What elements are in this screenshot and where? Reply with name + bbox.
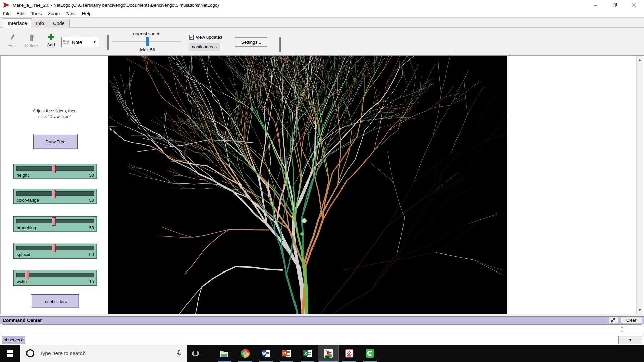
command-center-header: Command Center Clear: [0, 316, 644, 324]
settings-button[interactable]: Settings...: [235, 37, 267, 47]
slider-handle[interactable]: [52, 217, 56, 226]
update-mode-select[interactable]: continuous ⌄: [189, 43, 220, 51]
view-updates-label: view updates: [196, 35, 222, 40]
speed-slider-handle[interactable]: [146, 37, 149, 46]
slider-handle[interactable]: [52, 244, 56, 252]
slider-groove[interactable]: [16, 191, 94, 196]
taskbar-search-input[interactable]: Type here to search: [20, 345, 187, 362]
expand-command-center-button[interactable]: [609, 317, 618, 323]
netlogo-taskbar-icon: [324, 349, 333, 358]
menu-edit[interactable]: Edit: [14, 10, 28, 17]
width-slider[interactable]: width15: [13, 270, 97, 286]
svg-text:W: W: [262, 351, 266, 356]
interface-toolbar: Edit Delete Add Abc defghi jkl Note ▼ no…: [0, 28, 644, 56]
note-type-icon: Abc defghi jkl: [63, 40, 70, 45]
restore-button[interactable]: [605, 0, 625, 10]
slider-groove[interactable]: [16, 219, 94, 223]
slider-value: 50: [89, 173, 94, 178]
scroll-down-icon[interactable]: ▼: [621, 329, 623, 334]
menu-tools[interactable]: Tools: [28, 10, 45, 17]
tab-code[interactable]: Code: [48, 19, 70, 28]
slider-name: color-range: [17, 198, 39, 203]
slider-name: height: [17, 173, 29, 178]
scroll-down-icon[interactable]: ▼: [637, 307, 643, 313]
tab-interface[interactable]: Interface: [3, 18, 32, 28]
command-history-dropdown[interactable]: ▼: [619, 336, 642, 344]
slider-groove[interactable]: [16, 273, 94, 277]
file-explorer-icon: [220, 350, 229, 357]
chrome-icon: [241, 349, 250, 358]
widget-type-value: Note: [72, 40, 93, 45]
update-mode-value: continuous: [192, 44, 213, 49]
plus-icon: [47, 33, 55, 41]
widget-panel: Adjust the sliders, then click "Draw Tre…: [0, 56, 108, 314]
spread-slider[interactable]: spread50: [13, 243, 97, 259]
taskbar-app-chrome[interactable]: [235, 345, 256, 362]
word-icon: W: [262, 349, 270, 357]
slider-value: 15: [89, 279, 94, 284]
slider-name: branching: [17, 225, 36, 230]
trash-icon: [29, 34, 35, 41]
taskbar-app-excel[interactable]: X: [297, 345, 318, 362]
draw-tree-button[interactable]: Draw Tree: [33, 134, 78, 149]
checkbox-checked-icon: ✓: [189, 35, 194, 40]
clear-button[interactable]: Clear: [621, 317, 642, 323]
powerpoint-icon: P: [282, 349, 291, 357]
task-view-button[interactable]: [187, 345, 204, 362]
command-output-area[interactable]: [2, 324, 642, 335]
add-widget-button[interactable]: Add: [42, 33, 60, 47]
tab-info[interactable]: Info: [31, 19, 49, 28]
start-button[interactable]: [0, 345, 20, 362]
diagonal-arrows-icon: [611, 318, 615, 322]
cortana-icon: [26, 349, 34, 357]
command-input-row: observer> ▼: [2, 336, 642, 344]
vertical-scrollbar[interactable]: ▲ ▼: [636, 56, 643, 314]
slider-handle[interactable]: [52, 190, 56, 198]
slider-value: 50: [89, 225, 94, 230]
svg-text:X: X: [304, 351, 307, 356]
taskbar-app-netlogo[interactable]: [318, 345, 339, 362]
menu-tabs[interactable]: Tabs: [63, 10, 79, 17]
svg-text:P: P: [283, 351, 286, 356]
output-scrollbar[interactable]: ▲ ▼: [619, 325, 625, 335]
taskbar-app-camtasia[interactable]: [360, 345, 380, 362]
microphone-icon[interactable]: [177, 350, 182, 357]
taskbar-app-powerpoint[interactable]: P: [276, 345, 297, 362]
widget-type-select[interactable]: Abc defghi jkl Note ▼: [61, 37, 99, 47]
height-slider[interactable]: height50: [13, 164, 97, 179]
instruction-note: Adjust the sliders, then click "Draw Tre…: [1, 108, 109, 119]
windows-logo-icon: [7, 350, 13, 357]
color-range-slider[interactable]: color-range50: [13, 189, 97, 204]
delete-widget-button[interactable]: Delete: [22, 34, 41, 48]
world-view-canvas[interactable]: [108, 56, 507, 314]
slider-groove[interactable]: [16, 246, 94, 250]
edit-label: Edit: [8, 43, 16, 48]
slider-handle[interactable]: [25, 271, 29, 279]
menu-file[interactable]: File: [0, 10, 14, 17]
camtasia-icon: [366, 349, 374, 358]
svg-text:PDF: PDF: [347, 355, 351, 357]
taskbar-app-file-explorer[interactable]: [214, 345, 235, 362]
scroll-up-icon[interactable]: ▲: [621, 325, 623, 329]
view-updates-checkbox[interactable]: ✓ view updates: [189, 35, 222, 40]
close-button[interactable]: [625, 0, 644, 10]
slider-handle[interactable]: [52, 165, 56, 173]
speed-slider[interactable]: [112, 41, 181, 42]
minimize-button[interactable]: [586, 0, 605, 10]
command-input[interactable]: [25, 336, 619, 344]
edit-widget-button[interactable]: Edit: [3, 34, 21, 48]
netlogo-logo-icon: [3, 2, 10, 8]
menu-help[interactable]: Help: [79, 10, 95, 17]
slider-name: width: [17, 279, 27, 284]
command-center-splitter[interactable]: ▲ ▼: [0, 314, 644, 316]
branching-slider[interactable]: branching50: [13, 216, 97, 232]
slider-groove[interactable]: [16, 166, 94, 171]
ticks-counter: ticks: 56: [112, 47, 181, 52]
excel-icon: X: [303, 349, 312, 357]
toolbar-separator: [279, 37, 281, 52]
menu-zoom[interactable]: Zoom: [45, 10, 63, 17]
taskbar-app-acrobat[interactable]: PDF: [339, 345, 360, 362]
reset-sliders-button[interactable]: reset sliders: [31, 294, 79, 308]
scroll-up-icon[interactable]: ▲: [637, 56, 643, 63]
taskbar-app-word[interactable]: W: [256, 345, 276, 362]
